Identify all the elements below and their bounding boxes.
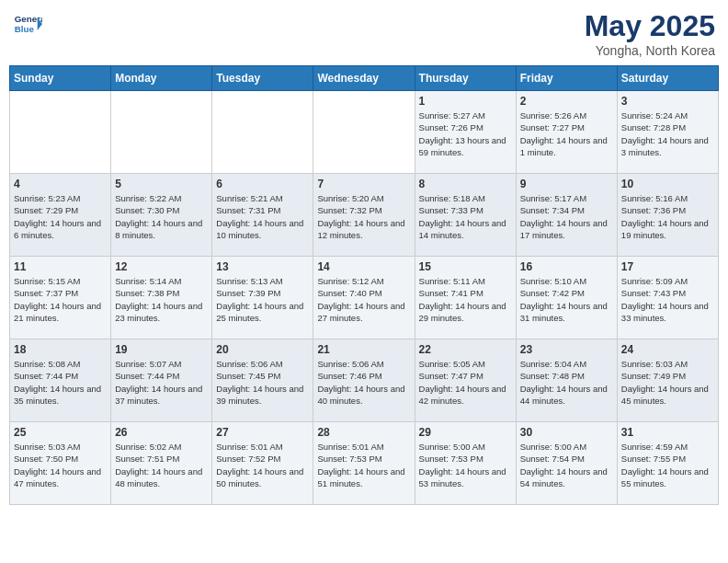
calendar-week-row: 18Sunrise: 5:08 AM Sunset: 7:44 PM Dayli… <box>10 339 719 422</box>
calendar-cell: 1Sunrise: 5:27 AM Sunset: 7:26 PM Daylig… <box>415 91 516 174</box>
calendar-cell: 21Sunrise: 5:06 AM Sunset: 7:46 PM Dayli… <box>313 339 415 422</box>
day-number: 21 <box>317 343 410 356</box>
day-info: Sunrise: 5:12 AM Sunset: 7:40 PM Dayligh… <box>317 275 410 324</box>
calendar-cell: 16Sunrise: 5:10 AM Sunset: 7:42 PM Dayli… <box>516 257 617 339</box>
calendar-cell: 5Sunrise: 5:22 AM Sunset: 7:30 PM Daylig… <box>111 174 212 257</box>
calendar-cell: 10Sunrise: 5:16 AM Sunset: 7:36 PM Dayli… <box>617 174 718 257</box>
day-number: 10 <box>621 178 714 190</box>
day-number: 27 <box>216 426 309 439</box>
day-number: 28 <box>317 426 410 439</box>
svg-text:Blue: Blue <box>15 24 35 34</box>
calendar-cell: 17Sunrise: 5:09 AM Sunset: 7:43 PM Dayli… <box>617 257 718 339</box>
logo-icon: General Blue <box>13 9 42 39</box>
day-number: 20 <box>216 343 309 356</box>
day-of-week-header: Tuesday <box>212 66 313 91</box>
day-info: Sunrise: 5:16 AM Sunset: 7:36 PM Dayligh… <box>621 192 714 241</box>
day-info: Sunrise: 5:06 AM Sunset: 7:45 PM Dayligh… <box>216 358 309 407</box>
day-info: Sunrise: 5:01 AM Sunset: 7:53 PM Dayligh… <box>317 441 410 489</box>
day-info: Sunrise: 5:24 AM Sunset: 7:28 PM Dayligh… <box>621 109 714 158</box>
day-number: 11 <box>14 260 107 273</box>
calendar-cell: 22Sunrise: 5:05 AM Sunset: 7:47 PM Dayli… <box>415 339 516 422</box>
page-header: General Blue May 2025 Yongha, North Kore… <box>9 9 719 58</box>
day-number: 6 <box>216 178 309 190</box>
day-number: 26 <box>115 426 208 439</box>
calendar-cell: 31Sunrise: 4:59 AM Sunset: 7:55 PM Dayli… <box>617 422 718 505</box>
day-info: Sunrise: 5:11 AM Sunset: 7:41 PM Dayligh… <box>419 275 512 324</box>
day-number: 3 <box>621 95 714 108</box>
calendar-week-row: 25Sunrise: 5:03 AM Sunset: 7:50 PM Dayli… <box>10 422 719 505</box>
calendar-week-row: 11Sunrise: 5:15 AM Sunset: 7:37 PM Dayli… <box>10 257 719 339</box>
calendar-cell: 8Sunrise: 5:18 AM Sunset: 7:33 PM Daylig… <box>415 174 516 257</box>
calendar-cell <box>313 91 415 174</box>
calendar-cell <box>10 91 111 174</box>
title-area: May 2025 Yongha, North Korea <box>585 9 715 58</box>
day-info: Sunrise: 5:17 AM Sunset: 7:34 PM Dayligh… <box>520 192 613 241</box>
page-title: May 2025 <box>585 9 715 43</box>
day-number: 12 <box>115 260 208 273</box>
day-info: Sunrise: 5:06 AM Sunset: 7:46 PM Dayligh… <box>317 358 410 407</box>
day-info: Sunrise: 5:27 AM Sunset: 7:26 PM Dayligh… <box>419 109 512 158</box>
calendar-cell: 25Sunrise: 5:03 AM Sunset: 7:50 PM Dayli… <box>10 422 111 505</box>
day-of-week-header: Wednesday <box>313 66 415 91</box>
calendar-cell: 30Sunrise: 5:00 AM Sunset: 7:54 PM Dayli… <box>516 422 617 505</box>
day-info: Sunrise: 5:10 AM Sunset: 7:42 PM Dayligh… <box>520 275 613 324</box>
calendar-cell: 28Sunrise: 5:01 AM Sunset: 7:53 PM Dayli… <box>313 422 415 505</box>
day-info: Sunrise: 5:08 AM Sunset: 7:44 PM Dayligh… <box>14 358 107 407</box>
day-number: 4 <box>14 178 107 190</box>
calendar-cell <box>111 91 212 174</box>
day-info: Sunrise: 5:26 AM Sunset: 7:27 PM Dayligh… <box>520 109 613 158</box>
day-info: Sunrise: 5:07 AM Sunset: 7:44 PM Dayligh… <box>115 358 208 407</box>
day-of-week-header: Monday <box>111 66 212 91</box>
logo: General Blue <box>13 9 42 39</box>
day-number: 8 <box>419 178 512 190</box>
day-of-week-header: Thursday <box>415 66 516 91</box>
calendar-cell: 20Sunrise: 5:06 AM Sunset: 7:45 PM Dayli… <box>212 339 313 422</box>
day-number: 5 <box>115 178 208 190</box>
calendar-cell: 9Sunrise: 5:17 AM Sunset: 7:34 PM Daylig… <box>516 174 617 257</box>
calendar-week-row: 1Sunrise: 5:27 AM Sunset: 7:26 PM Daylig… <box>10 91 719 174</box>
day-info: Sunrise: 5:09 AM Sunset: 7:43 PM Dayligh… <box>621 275 714 324</box>
calendar-cell: 7Sunrise: 5:20 AM Sunset: 7:32 PM Daylig… <box>313 174 415 257</box>
calendar-cell: 2Sunrise: 5:26 AM Sunset: 7:27 PM Daylig… <box>516 91 617 174</box>
day-number: 7 <box>317 178 410 190</box>
day-info: Sunrise: 5:20 AM Sunset: 7:32 PM Dayligh… <box>317 192 410 241</box>
day-info: Sunrise: 5:23 AM Sunset: 7:29 PM Dayligh… <box>14 192 107 241</box>
calendar-table: SundayMondayTuesdayWednesdayThursdayFrid… <box>9 65 719 505</box>
day-number: 13 <box>216 260 309 273</box>
calendar-header-row: SundayMondayTuesdayWednesdayThursdayFrid… <box>10 66 719 91</box>
day-info: Sunrise: 5:04 AM Sunset: 7:48 PM Dayligh… <box>520 358 613 407</box>
day-info: Sunrise: 5:18 AM Sunset: 7:33 PM Dayligh… <box>419 192 512 241</box>
calendar-cell: 19Sunrise: 5:07 AM Sunset: 7:44 PM Dayli… <box>111 339 212 422</box>
day-number: 19 <box>115 343 208 356</box>
day-number: 16 <box>520 260 613 273</box>
day-info: Sunrise: 5:02 AM Sunset: 7:51 PM Dayligh… <box>115 441 208 489</box>
calendar-cell: 6Sunrise: 5:21 AM Sunset: 7:31 PM Daylig… <box>212 174 313 257</box>
calendar-cell: 11Sunrise: 5:15 AM Sunset: 7:37 PM Dayli… <box>10 257 111 339</box>
day-info: Sunrise: 5:00 AM Sunset: 7:54 PM Dayligh… <box>520 441 613 489</box>
calendar-cell: 4Sunrise: 5:23 AM Sunset: 7:29 PM Daylig… <box>10 174 111 257</box>
calendar-cell: 12Sunrise: 5:14 AM Sunset: 7:38 PM Dayli… <box>111 257 212 339</box>
day-number: 24 <box>621 343 714 356</box>
day-info: Sunrise: 5:22 AM Sunset: 7:30 PM Dayligh… <box>115 192 208 241</box>
page-subtitle: Yongha, North Korea <box>585 43 715 58</box>
day-number: 25 <box>14 426 107 439</box>
day-number: 15 <box>419 260 512 273</box>
day-info: Sunrise: 5:14 AM Sunset: 7:38 PM Dayligh… <box>115 275 208 324</box>
day-number: 1 <box>419 95 512 108</box>
calendar-cell: 24Sunrise: 5:03 AM Sunset: 7:49 PM Dayli… <box>617 339 718 422</box>
day-info: Sunrise: 5:00 AM Sunset: 7:53 PM Dayligh… <box>419 441 512 489</box>
calendar-cell: 13Sunrise: 5:13 AM Sunset: 7:39 PM Dayli… <box>212 257 313 339</box>
calendar-cell: 14Sunrise: 5:12 AM Sunset: 7:40 PM Dayli… <box>313 257 415 339</box>
day-number: 30 <box>520 426 613 439</box>
calendar-week-row: 4Sunrise: 5:23 AM Sunset: 7:29 PM Daylig… <box>10 174 719 257</box>
calendar-body: 1Sunrise: 5:27 AM Sunset: 7:26 PM Daylig… <box>10 91 719 505</box>
day-info: Sunrise: 5:03 AM Sunset: 7:49 PM Dayligh… <box>621 358 714 407</box>
day-info: Sunrise: 5:13 AM Sunset: 7:39 PM Dayligh… <box>216 275 309 324</box>
day-info: Sunrise: 5:01 AM Sunset: 7:52 PM Dayligh… <box>216 441 309 489</box>
calendar-cell: 26Sunrise: 5:02 AM Sunset: 7:51 PM Dayli… <box>111 422 212 505</box>
calendar-cell: 3Sunrise: 5:24 AM Sunset: 7:28 PM Daylig… <box>617 91 718 174</box>
day-number: 29 <box>419 426 512 439</box>
day-number: 9 <box>520 178 613 190</box>
day-info: Sunrise: 5:05 AM Sunset: 7:47 PM Dayligh… <box>419 358 512 407</box>
day-info: Sunrise: 5:15 AM Sunset: 7:37 PM Dayligh… <box>14 275 107 324</box>
